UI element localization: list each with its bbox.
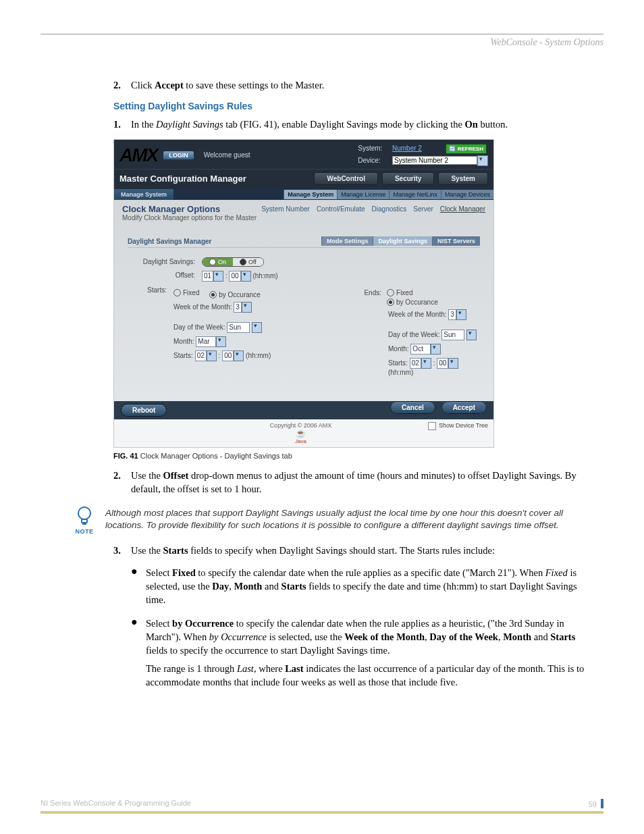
ss-header: AMX LOGIN Welcome guest System: Number 2… xyxy=(114,140,493,169)
running-header: WebConsole - System Options xyxy=(41,37,603,48)
starts-wom[interactable]: 3 xyxy=(234,302,242,313)
midtab-control-emulate[interactable]: Control/Emulate xyxy=(317,205,365,213)
bullet-item: ● Select Fixed to specify the calendar d… xyxy=(131,566,587,611)
subtab-manage-system[interactable]: Manage System xyxy=(284,190,337,199)
row-offset: Offset: 01 : 00 (hh:mm) xyxy=(130,271,477,282)
refresh-button[interactable]: 🔄 REFRESH xyxy=(446,144,486,154)
device-select-arrow-icon[interactable] xyxy=(477,155,488,166)
login-button[interactable]: LOGIN xyxy=(163,151,194,160)
dropdown-arrow-icon[interactable] xyxy=(431,344,441,355)
ends-hour[interactable]: 02 xyxy=(410,358,421,369)
toggle-off[interactable]: Off xyxy=(233,258,263,266)
dropdown-arrow-icon[interactable] xyxy=(421,358,431,369)
subtab-manage-devices[interactable]: Manage Devices xyxy=(441,190,493,199)
step-text: Use the Starts fields to specify when Da… xyxy=(131,544,495,558)
starts-minute[interactable]: 00 xyxy=(222,350,234,361)
panel-header: Daylight Savings Manager Mode Settings D… xyxy=(128,236,480,248)
starts-hour[interactable]: 02 xyxy=(195,350,207,361)
midtab-system-number[interactable]: System Number xyxy=(261,205,310,213)
content-area: 2. Click Accept to save these settings t… xyxy=(113,79,587,693)
dropdown-arrow-icon[interactable] xyxy=(242,302,252,313)
step-1: 1. In the Daylight Savings tab (FIG. 41)… xyxy=(113,118,587,132)
document-page: WebConsole - System Options 2. Click Acc… xyxy=(0,0,644,834)
ds-toggle[interactable]: On Off xyxy=(202,257,264,267)
form-area: Daylight Savings: On Off Offset: 01 : xyxy=(128,248,480,380)
dropdown-arrow-icon[interactable] xyxy=(207,350,217,361)
dropdown-arrow-icon[interactable] xyxy=(213,271,223,282)
java-logo-icon: ☕ Java xyxy=(173,429,428,444)
figure-number: FIG. 41 xyxy=(113,452,138,460)
offset-minutes[interactable]: 00 xyxy=(229,271,240,282)
section-heading: Setting Daylight Savings Rules xyxy=(113,101,587,111)
device-select[interactable]: System Number 2 xyxy=(392,156,477,165)
svg-point-0 xyxy=(78,507,90,519)
dropdown-arrow-icon[interactable] xyxy=(216,336,226,347)
ptab-nist-servers[interactable]: NIST Servers xyxy=(432,236,480,246)
starts-month[interactable]: Mar xyxy=(196,336,216,347)
figure-caption: FIG. 41 Clock Manager Options - Daylight… xyxy=(113,452,587,460)
label-ends: Ends: xyxy=(356,289,387,306)
daylight-savings-panel: Daylight Savings Manager Mode Settings D… xyxy=(122,231,485,394)
radio-icon xyxy=(209,291,217,298)
dropdown-arrow-icon[interactable] xyxy=(448,358,458,369)
subtab-manage-license[interactable]: Manage License xyxy=(337,190,389,199)
step-2-top: 2. Click Accept to save these settings t… xyxy=(113,79,587,93)
cancel-button[interactable]: Cancel xyxy=(390,401,435,414)
toggle-on[interactable]: On xyxy=(203,258,233,266)
panel-tabs: Mode Settings Daylight Savings NIST Serv… xyxy=(321,236,480,246)
step-number: 2. xyxy=(113,469,131,496)
step-number: 3. xyxy=(113,544,131,558)
ptab-mode-settings[interactable]: Mode Settings xyxy=(321,236,373,246)
ends-minute[interactable]: 00 xyxy=(437,358,448,369)
dropdown-arrow-icon[interactable] xyxy=(466,330,477,340)
ss-body: Clock Manager Options Modify Clock Manag… xyxy=(114,200,493,401)
midtab-diagnostics[interactable]: Diagnostics xyxy=(372,205,407,213)
row-daylight-savings: Daylight Savings: On Off xyxy=(130,257,477,267)
note-label: NOTE xyxy=(73,528,96,535)
system-label: System: xyxy=(358,145,390,152)
tab-system[interactable]: System xyxy=(438,172,488,185)
manage-system-tab[interactable]: Manage System xyxy=(114,189,174,200)
starts-byocc-radio[interactable]: by Occurance xyxy=(209,291,261,298)
system-value-link[interactable]: Number 2 xyxy=(392,145,422,152)
step-text: Click Accept to save these settings to t… xyxy=(131,79,324,93)
accept-button[interactable]: Accept xyxy=(441,401,487,414)
midtab-server[interactable]: Server xyxy=(413,205,433,213)
show-tree-label: Show Device Tree xyxy=(439,423,488,429)
ends-wom[interactable]: 3 xyxy=(448,309,456,320)
panel-title: Daylight Savings Manager xyxy=(128,238,211,245)
ptab-daylight-savings[interactable]: Daylight Savings xyxy=(373,236,432,246)
subtab-manage-netlinx[interactable]: Manage NetLinx xyxy=(389,190,441,199)
dropdown-arrow-icon[interactable] xyxy=(252,322,262,333)
offset-hours[interactable]: 01 xyxy=(202,271,213,282)
master-config-title: Master Configuration Manager xyxy=(119,174,246,184)
tab-security[interactable]: Security xyxy=(382,172,434,185)
lightbulb-icon xyxy=(73,504,96,527)
ss-footer: Reboot Cancel Accept xyxy=(114,401,493,419)
ends-dow[interactable]: Sun xyxy=(441,330,464,340)
ends-byocc-radio[interactable]: by Occurance xyxy=(387,298,438,306)
dropdown-arrow-icon[interactable] xyxy=(234,350,244,361)
copyright-text: Copyright © 2006 AMX xyxy=(173,422,428,429)
starts-dow[interactable]: Sun xyxy=(227,322,250,333)
ends-column: Ends: Fixed by Occurance Week of the Mon… xyxy=(356,286,477,380)
hhmm-label: (hh:mm) xyxy=(252,272,277,280)
show-tree-checkbox[interactable] xyxy=(428,422,436,430)
step-2-mid: 2. Use the Offset drop-down menus to adj… xyxy=(113,469,587,496)
ends-month[interactable]: Oct xyxy=(410,344,431,355)
tab-webcontrol[interactable]: WebControl xyxy=(314,172,377,185)
dropdown-arrow-icon[interactable] xyxy=(241,271,251,282)
ends-fixed-radio[interactable]: Fixed xyxy=(387,289,412,296)
radio-icon xyxy=(209,259,216,265)
dropdown-arrow-icon[interactable] xyxy=(456,309,466,320)
starts-fixed-radio[interactable]: Fixed xyxy=(173,289,199,296)
radio-icon xyxy=(387,289,394,296)
reboot-button[interactable]: Reboot xyxy=(121,404,167,417)
system-device-box: System: Number 2 🔄 REFRESH Device: Syste… xyxy=(358,144,488,166)
note-block: NOTE Although most places that support D… xyxy=(73,504,587,535)
step-3: 3. Use the Starts fields to specify when… xyxy=(113,544,587,558)
step-text: In the Daylight Savings tab (FIG. 41), e… xyxy=(131,118,508,132)
bullet-dot-icon: ● xyxy=(131,617,146,693)
footer-title: NI Series WebConsole & Programming Guide xyxy=(41,799,191,808)
midtab-clock-manager[interactable]: Clock Manager xyxy=(440,205,485,213)
